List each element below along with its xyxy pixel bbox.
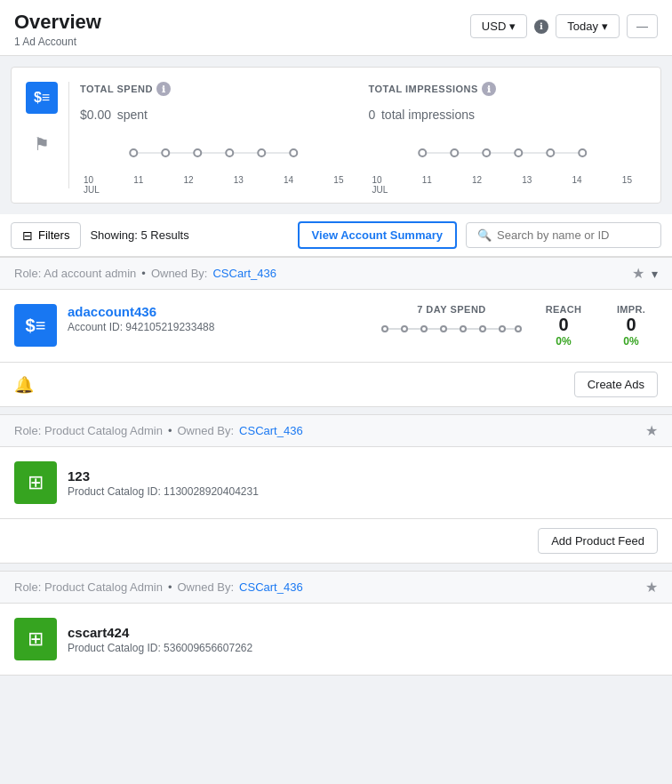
header-right: USD ▾ ℹ Today ▾ — <box>470 14 658 38</box>
svg-point-15 <box>382 326 388 332</box>
catalog-name-2[interactable]: cscart424 <box>68 625 252 640</box>
filter-icon: ⊟ <box>22 228 33 243</box>
svg-point-13 <box>579 149 586 156</box>
impr-value: 0 <box>604 315 658 335</box>
svg-point-9 <box>451 149 458 156</box>
ad-account-role-bar: Role: Ad account admin • Owned By: CSCar… <box>0 257 672 290</box>
search-input[interactable] <box>497 228 650 242</box>
spend-chart: 10 11 12 13 14 15 JUL <box>80 135 358 188</box>
reach-section: REACH 0 0% <box>537 304 590 348</box>
seven-day-spend-section: 7 DAY SPEND <box>380 304 523 346</box>
total-impressions-label: TOTAL IMPRESSIONS ℹ <box>369 82 636 96</box>
chevron-icon[interactable]: ▾ <box>652 267 658 281</box>
svg-point-6 <box>290 149 297 156</box>
left-icons: $≡ ⚑ <box>26 82 69 188</box>
catalog-actions-1: Add Product Feed <box>0 519 672 564</box>
add-product-feed-button[interactable]: Add Product Feed <box>538 528 658 554</box>
date-range-selector[interactable]: Today ▾ <box>556 14 620 38</box>
impressions-section: IMPR. 0 0% <box>604 304 658 348</box>
header-left: Overview 1 Ad Account <box>14 11 101 48</box>
svg-point-18 <box>441 326 446 332</box>
spend-chart-month: JUL <box>80 185 348 195</box>
catalog-role-bar-right-1: ★ <box>645 422 658 439</box>
reach-pct: 0% <box>537 335 590 348</box>
catalog-star-icon-2[interactable]: ★ <box>645 579 658 596</box>
impr-pct: 0% <box>604 335 658 348</box>
catalog-name-1[interactable]: 123 <box>68 468 259 484</box>
currency-selector[interactable]: USD ▾ <box>470 14 527 38</box>
search-box: 🔍 <box>466 222 661 248</box>
divider-1 <box>0 407 672 414</box>
svg-point-5 <box>258 149 265 156</box>
spend-label: 7 DAY SPEND <box>380 304 523 315</box>
svg-point-1 <box>130 149 137 156</box>
svg-point-20 <box>480 326 485 332</box>
total-spend-section: TOTAL SPEND ℹ $0.00 spent <box>80 82 358 124</box>
dollar-icon: $≡ <box>26 82 58 114</box>
catalog-info-1: 123 Product Catalog ID: 1130028920404231 <box>68 468 259 498</box>
catalog-section-2: Role: Product Catalog Admin • Owned By: … <box>0 571 672 676</box>
collapse-button[interactable]: — <box>627 14 658 38</box>
svg-point-4 <box>226 149 233 156</box>
catalog-role-label-2: Role: Product Catalog Admin <box>14 580 163 594</box>
reach-value: 0 <box>537 315 590 335</box>
svg-point-10 <box>483 149 490 156</box>
spend-mini-chart: 10 11 12 13 14 15 JUL <box>80 135 348 188</box>
svg-point-8 <box>419 149 426 156</box>
bell-icon[interactable]: 🔔 <box>14 375 34 395</box>
catalog-section-1: Role: Product Catalog Admin • Owned By: … <box>0 414 672 564</box>
impressions-info-icon[interactable]: ℹ <box>482 82 496 96</box>
ad-account-icon: $≡ <box>14 304 57 347</box>
impressions-chart-labels: 10 11 12 13 14 15 <box>369 175 636 185</box>
stats-row: TOTAL SPEND ℹ $0.00 spent TOTAL IMPRESSI… <box>80 82 646 124</box>
account-info: adaccount436 Account ID: 942105219233488 <box>68 304 380 333</box>
divider-2 <box>0 564 672 571</box>
svg-point-19 <box>460 326 466 332</box>
search-icon: 🔍 <box>477 228 492 242</box>
page-header: Overview 1 Ad Account USD ▾ ℹ Today ▾ — <box>0 0 672 56</box>
catalog-role-bar-right-2: ★ <box>645 579 658 596</box>
page-title: Overview <box>14 11 101 34</box>
help-icon[interactable]: ℹ <box>534 20 548 34</box>
stats-card: $≡ ⚑ TOTAL SPEND ℹ $0.00 spent TOTA <box>11 67 661 204</box>
svg-point-3 <box>194 149 201 156</box>
catalog-card-1: ⊞ 123 Product Catalog ID: 11300289204042… <box>0 447 672 519</box>
spend-chart-labels: 10 11 12 13 14 15 <box>80 175 348 185</box>
showing-results: Showing: 5 Results <box>90 228 288 242</box>
spend-chart-svg <box>80 135 348 171</box>
seven-day-chart-svg <box>380 320 523 338</box>
view-account-summary-button[interactable]: View Account Summary <box>298 221 457 249</box>
impressions-chart: 10 11 12 13 14 15 JUL <box>358 135 647 188</box>
stats-with-icons: $≡ ⚑ TOTAL SPEND ℹ $0.00 spent TOTA <box>26 82 646 188</box>
seven-day-chart <box>380 320 523 340</box>
ad-account-card: $≡ adaccount436 Account ID: 942105219233… <box>0 290 672 363</box>
catalog-role-bar-1: Role: Product Catalog Admin • Owned By: … <box>0 414 672 447</box>
catalog-icon-2: ⊞ <box>14 618 57 660</box>
svg-point-2 <box>162 149 169 156</box>
reach-label: REACH <box>537 304 590 315</box>
account-name[interactable]: adaccount436 <box>68 304 380 319</box>
grid-icon-2: ⊞ <box>28 628 44 651</box>
impressions-mini-chart: 10 11 12 13 14 15 JUL <box>369 135 636 188</box>
filters-button[interactable]: ⊟ Filters <box>11 222 81 249</box>
total-spend-label: TOTAL SPEND ℹ <box>80 82 348 96</box>
catalog-star-icon-1[interactable]: ★ <box>645 422 658 439</box>
ad-account-section: Role: Ad account admin • Owned By: CSCar… <box>0 257 672 407</box>
star-icon[interactable]: ★ <box>632 265 644 282</box>
role-label: Role: Ad account admin <box>14 267 136 280</box>
total-impressions-value: 0 total impressions <box>369 100 636 124</box>
catalog-id-2: Product Catalog ID: 536009656607262 <box>68 642 252 654</box>
role-bar-right: ★ ▾ <box>632 265 658 282</box>
svg-point-21 <box>500 326 505 332</box>
spend-info-icon[interactable]: ℹ <box>156 82 171 96</box>
catalog-role-label-1: Role: Product Catalog Admin <box>14 424 163 437</box>
account-actions: 🔔 Create Ads <box>0 363 672 407</box>
svg-point-12 <box>547 149 554 156</box>
impressions-chart-month: JUL <box>369 185 636 195</box>
create-ads-button[interactable]: Create Ads <box>574 372 658 397</box>
catalog-icon-1: ⊞ <box>14 461 57 504</box>
filters-bar: ⊟ Filters Showing: 5 Results View Accoun… <box>0 214 672 257</box>
chart-area: 10 11 12 13 14 15 JUL <box>80 135 646 188</box>
page-subtitle: 1 Ad Account <box>14 36 101 48</box>
impr-label: IMPR. <box>604 304 658 315</box>
